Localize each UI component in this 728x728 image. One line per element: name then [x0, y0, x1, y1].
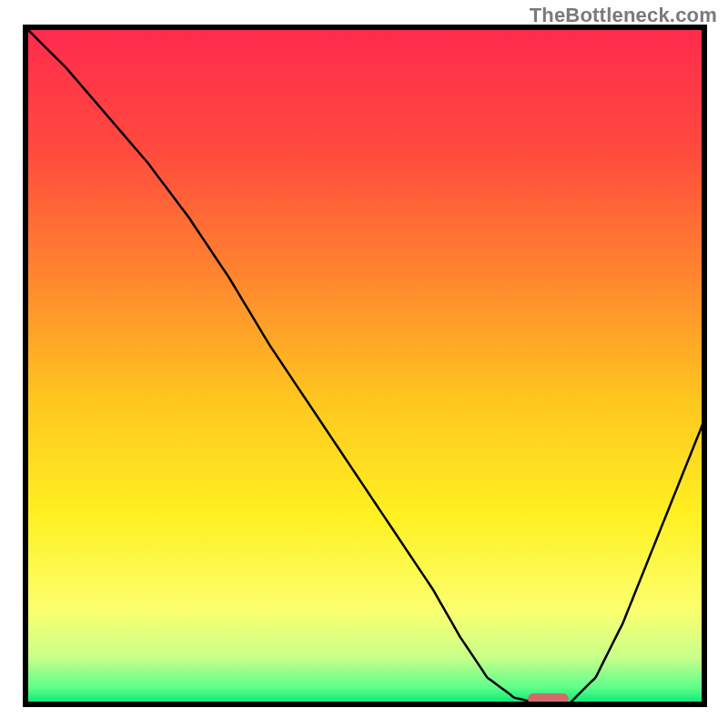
watermark-text: TheBottleneck.com — [530, 4, 717, 27]
bottleneck-chart — [0, 0, 728, 728]
svg-rect-1 — [25, 27, 704, 704]
